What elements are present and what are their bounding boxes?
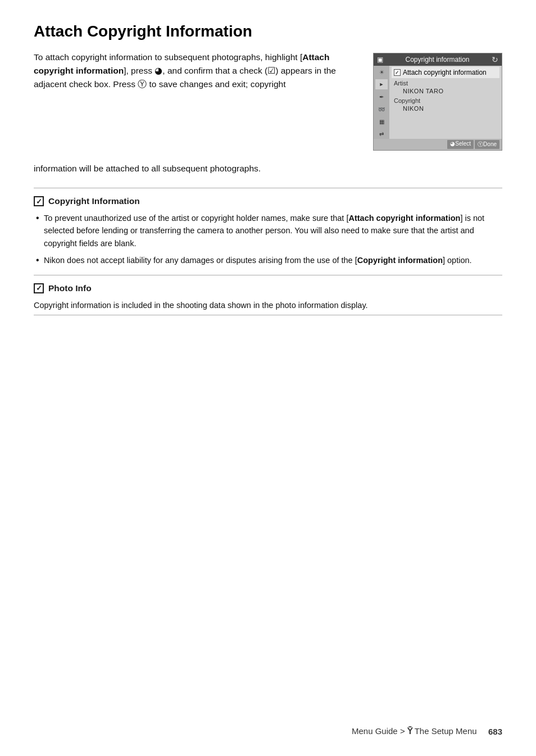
menu-section-copyright: Copyright: [392, 96, 499, 105]
menu-item-attach-label: Attach copyright information: [403, 69, 487, 76]
attach-copyright-bold-2: Attach copyright information: [348, 214, 460, 223]
page-container: Attach Copyright Information To attach c…: [0, 0, 536, 349]
copyright-info-bold: Copyright information: [357, 256, 443, 265]
photo-info-title-text: Photo Info: [48, 283, 92, 293]
attach-copyright-bold: Attach copyright information: [34, 52, 329, 75]
menu-title-text: Copyright information: [405, 56, 469, 64]
sidebar-icon-4: ➿: [375, 104, 388, 114]
page-number: 683: [488, 727, 502, 736]
copyright-note-item-1: To prevent unauthorized use of the artis…: [34, 212, 502, 250]
camera-menu-screenshot: ▣ Copyright information ↻ ☀ ► ✒ ➿ ▦ ⇄ ✓ …: [373, 53, 502, 151]
menu-footer-done: ⓎDone: [475, 140, 499, 149]
copyright-info-title: ✓ Copyright Information: [34, 196, 502, 206]
sidebar-icon-6: ⇄: [375, 129, 388, 139]
setup-menu-icon: Ȳ: [407, 726, 412, 736]
menu-icon-left: ▣: [377, 56, 383, 64]
page-title: Attach Copyright Information: [34, 22, 502, 40]
intro-text-block: To attach copyright information to subse…: [34, 51, 362, 151]
copyright-checkbox-icon: ✓: [34, 196, 44, 206]
sidebar-icon-2: ►: [375, 79, 388, 89]
menu-body: ☀ ► ✒ ➿ ▦ ⇄ ✓ Attach copyright informati…: [374, 66, 502, 139]
menu-footer-select: ◕Select: [447, 140, 474, 149]
menu-value-copyright: NIKON: [392, 105, 499, 114]
sidebar-icon-1: ☀: [375, 67, 388, 77]
intro-section: To attach copyright information to subse…: [34, 51, 502, 151]
menu-content: ✓ Attach copyright information Artist NI…: [389, 66, 502, 139]
menu-title-bar: ▣ Copyright information ↻: [374, 53, 502, 66]
menu-back-arrow: ↻: [492, 55, 498, 64]
page-footer: Menu Guide > Ȳ The Setup Menu 683: [352, 726, 502, 736]
footer-separator: [480, 727, 485, 736]
menu-checkbox: ✓: [394, 69, 401, 76]
photo-info-section: ✓ Photo Info Copyright information is in…: [34, 275, 502, 315]
menu-footer: ◕Select ⓎDone: [374, 139, 502, 150]
menu-value-artist: NIKON TARO: [392, 87, 499, 96]
menu-section-artist: Artist: [392, 79, 499, 87]
footer-text: Menu Guide > Ȳ The Setup Menu: [352, 726, 477, 736]
photo-info-checkbox-icon: ✓: [34, 283, 44, 293]
sidebar-icon-5: ▦: [375, 116, 388, 126]
copyright-note-list: To prevent unauthorized use of the artis…: [34, 212, 502, 267]
menu-item-attach: ✓ Attach copyright information: [392, 67, 499, 78]
sidebar-icon-3: ✒: [375, 92, 388, 102]
photo-info-text: Copyright information is included in the…: [34, 299, 502, 311]
copyright-note-item-2: Nikon does not accept liability for any …: [34, 254, 502, 266]
menu-sidebar: ☀ ► ✒ ➿ ▦ ⇄: [374, 66, 389, 139]
photo-info-title: ✓ Photo Info: [34, 283, 502, 293]
intro-bottom-text: information will be attached to all subs…: [34, 162, 502, 175]
copyright-info-title-text: Copyright Information: [48, 196, 140, 206]
copyright-info-section: ✓ Copyright Information To prevent unaut…: [34, 188, 502, 275]
